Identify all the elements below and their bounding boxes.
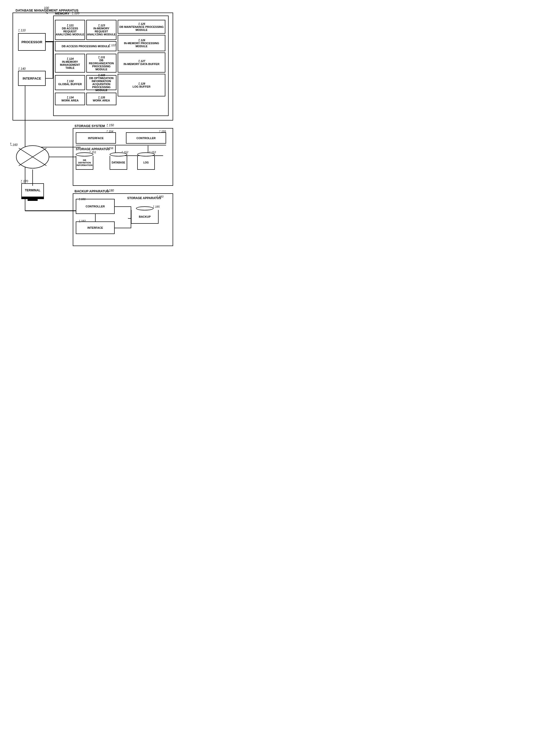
terminal-box: TERMINAL [21,183,44,201]
ref-154: ⮤154 [106,130,113,133]
diagram-root: 100 ↘ DATABASE MANAGEMENT APPARATUS PROC… [5,5,181,251]
ref-155: ⮤155 [158,130,166,133]
ref-185: ⮤185 [152,205,159,208]
backup-apparatus-box: BACKUP APPARATUS ⮤180 CONTROLLER ⮤181 IN… [73,193,173,246]
ref-181: ⮤181 [78,198,85,201]
backup-ctrl-to-storage-line [115,206,131,207]
db-management-box: DATABASE MANAGEMENT APPARATUS PROCESSOR … [12,13,173,121]
backup-iface-to-storage-line [115,228,131,228]
module-134: ⮤134 WORK AREA [55,93,85,105]
module-127: ⮤127 IN-MEMORY DATA BUFFER [118,52,166,73]
module-133: ⮤133 DB OPTIMIZATION INFORMATION ACQUISI… [86,75,117,90]
memory-box: MEMORY ⮤120 ⮤121 DB ACCESS REQUEST ANALY… [53,16,169,116]
module-128: ⮤128 LOG BUFFER [118,74,166,96]
module-135: ⮤135 WORK AREA [86,93,117,105]
storage-interface-box: INTERFACE [76,132,116,144]
module-125: ⮤125 DB MAINTENANCE PROCESSING MODULE [118,20,166,34]
ref-150: ⮤150 [106,124,114,127]
network-cloud-svg [15,144,50,169]
module-122: DB ACCESS PROCESSING MODULE [55,41,117,51]
module-121: ⮤121 DB ACCESS REQUEST ANALYZING MODULE [55,20,85,40]
module-126: ⮤126 IN-MEMORY PROCESSING MODULE [118,35,166,51]
net-terminal-line [32,169,33,186]
module-131: ⮤131 DB REORGANIZATION PROCESSING MODULE [86,54,117,73]
backup-controller-box: CONTROLLER [76,199,115,214]
processor-box: PROCESSOR [18,33,46,51]
ref-160-arrow: ⮤ [9,142,13,146]
memory-label: MEMORY [55,11,70,15]
backup-right-vline [131,206,131,228]
ref-120: ⮤120 [71,11,79,15]
cylinder-db-def: DB DEFINITION INFORMATION [76,152,93,170]
module-124: ⮤124 IN-MEMORY MANAGEMENT TABLE [55,54,85,73]
module-123: ⮤123 IN-MEMORY REQUEST ANALYZING MODULE [86,20,117,40]
backup-ctrl-iface-vline [95,214,96,221]
storage-system-box: STORAGE SYSTEM ⮤150 INTERFACE ⮤154 CONTR… [73,128,173,186]
module-132: ⮤132 GLOBAL BUFFER [55,75,85,90]
ref-122: ⮤122 [108,44,116,47]
backup-apparatus-label: BACKUP APPARATUS [75,189,109,193]
storage-controller-box: CONTROLLER [126,132,166,144]
cylinder-backup: BACKUP [131,206,158,224]
cylinder-log: LOG [137,152,155,170]
ref-140: ⮤140 [18,67,26,71]
iface-to-backup-line [25,211,80,211]
cylinder-database: DATABASE [110,152,127,170]
storage-system-label: STORAGE SYSTEM [75,124,105,128]
network-cloud [15,144,50,169]
ref-180: ⮤180 [106,189,114,192]
ref-183: ⮤183 [156,195,163,198]
backup-interface-box: INTERFACE [76,221,115,234]
storage-bus-line [76,145,166,145]
ref-182: ⮤182 [78,219,85,222]
terminal-base [21,197,44,199]
interface-box-left: INTERFACE [18,71,46,86]
storage-apparatus-label: STORAGE APPARATUS [76,147,110,151]
ref-156: ⮤156 [106,147,113,150]
terminal-stand [28,199,37,201]
ref-160: 160 [12,143,18,147]
ref-110: ⮤110 [18,29,26,32]
ref-170: ⮤170 [20,179,28,183]
